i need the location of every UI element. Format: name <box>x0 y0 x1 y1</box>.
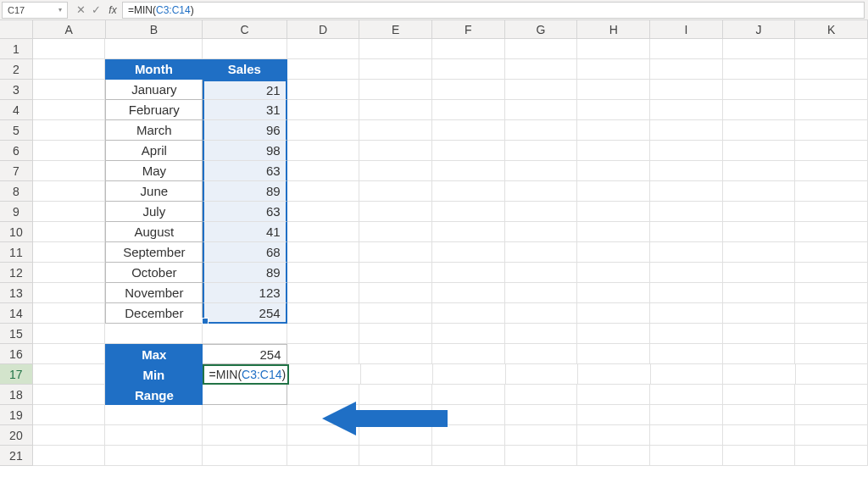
row-5: 5 March 96 <box>0 120 868 141</box>
row-16: 16 Max 254 <box>0 344 868 364</box>
col-header-H[interactable]: H <box>577 20 650 38</box>
row-17: 17 Min =MIN(C3:C14) <box>0 364 868 385</box>
cell-B1[interactable] <box>105 39 203 59</box>
row-12: 12 October 89 <box>0 263 868 283</box>
spreadsheet-grid[interactable]: A B C D E F G H I J K 1 2 Month Sales 3 … <box>0 20 868 466</box>
chevron-down-icon[interactable]: ▾ <box>58 6 62 14</box>
cell-month[interactable]: January <box>105 80 203 100</box>
enter-icon[interactable]: ✓ <box>88 2 103 19</box>
name-box-value: C17 <box>8 5 25 15</box>
label-max[interactable]: Max <box>105 344 203 364</box>
row-15: 15 <box>0 324 868 344</box>
table-header-sales[interactable]: Sales <box>203 59 287 80</box>
cell-max-value[interactable]: 254 <box>203 344 287 364</box>
formula-input[interactable]: =MIN(C3:C14) <box>122 2 865 19</box>
row-header-2[interactable]: 2 <box>0 59 33 80</box>
formula-text: =MIN(C3:C14) <box>128 4 194 16</box>
col-header-C[interactable]: C <box>203 20 287 38</box>
formula-bar: C17 ▾ ✕ ✓ fx =MIN(C3:C14) <box>0 0 868 20</box>
arrow-left-icon <box>322 400 449 437</box>
table-header-month[interactable]: Month <box>105 59 203 80</box>
select-all-corner[interactable] <box>0 20 33 38</box>
label-range[interactable]: Range <box>105 385 203 405</box>
row-9: 9 July 63 <box>0 202 868 222</box>
row-4: 4 February 31 <box>0 100 868 120</box>
editing-formula-text: =MIN(C3:C14) <box>209 368 287 381</box>
cell-C1[interactable] <box>203 39 287 59</box>
col-header-F[interactable]: F <box>432 20 505 38</box>
svg-marker-0 <box>322 402 448 435</box>
cell-min-editing[interactable]: =MIN(C3:C14) <box>203 364 289 385</box>
cell-range-value[interactable] <box>203 385 287 405</box>
label-min[interactable]: Min <box>105 364 202 385</box>
col-header-J[interactable]: J <box>723 20 796 38</box>
row-13: 13 November 123 <box>0 283 868 303</box>
col-header-I[interactable]: I <box>650 20 723 38</box>
row-6: 6 April 98 <box>0 141 868 161</box>
column-headers: A B C D E F G H I J K <box>0 20 868 39</box>
row-10: 10 August 41 <box>0 222 868 242</box>
row-21: 21 <box>0 446 868 466</box>
col-header-A[interactable]: A <box>33 20 106 38</box>
row-3: 3 January 21 <box>0 80 868 100</box>
row-2: 2 Month Sales <box>0 59 868 80</box>
name-box[interactable]: C17 ▾ <box>2 2 68 19</box>
col-header-D[interactable]: D <box>287 20 360 38</box>
col-header-B[interactable]: B <box>106 20 203 38</box>
row-1: 1 <box>0 39 868 59</box>
col-header-E[interactable]: E <box>359 20 432 38</box>
col-header-G[interactable]: G <box>505 20 578 38</box>
row-8: 8 June 89 <box>0 181 868 202</box>
row-14: 14 December 254 <box>0 303 868 324</box>
cell-sales[interactable]: 21 <box>203 80 287 100</box>
row-7: 7 May 63 <box>0 161 868 181</box>
cancel-icon[interactable]: ✕ <box>73 2 88 19</box>
row-11: 11 September 68 <box>0 242 868 263</box>
col-header-K[interactable]: K <box>795 20 868 38</box>
cell-A1[interactable] <box>33 39 106 59</box>
fx-icon[interactable]: fx <box>103 4 122 16</box>
row-header-1[interactable]: 1 <box>0 39 33 59</box>
